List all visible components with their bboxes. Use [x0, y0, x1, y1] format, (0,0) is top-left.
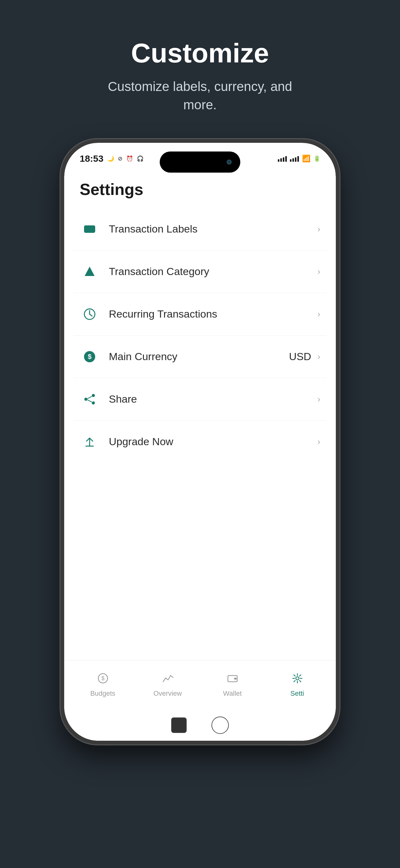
svg-point-7: [92, 394, 95, 397]
wallet-label: Wallet: [223, 689, 241, 698]
share-icon: [80, 389, 100, 409]
nav-item-settings[interactable]: Setti: [265, 673, 330, 698]
svg-marker-1: [85, 267, 95, 276]
nav-item-overview[interactable]: Overview: [135, 673, 200, 698]
page-header: Customize Customize labels, currency, an…: [92, 37, 308, 114]
wifi-icon: 📶: [302, 155, 310, 163]
main-currency-chevron: ›: [318, 352, 320, 362]
transaction-category-label: Transaction Category: [109, 266, 314, 278]
settings-icon: [292, 673, 303, 687]
page-title: Customize: [92, 37, 308, 69]
phone-screen: 18:53 🌙 ⊘ ⏰ 🎧 📶: [64, 143, 336, 741]
recurring-transactions-icon: [80, 304, 100, 324]
share-chevron: ›: [318, 394, 320, 404]
headphone-icon: 🎧: [137, 155, 143, 162]
status-time: 18:53: [80, 153, 104, 164]
transaction-category-chevron: ›: [318, 267, 320, 277]
transaction-category-icon: [80, 262, 100, 282]
svg-text:$: $: [88, 353, 92, 361]
svg-line-10: [88, 397, 92, 399]
svg-rect-17: [234, 678, 237, 680]
status-icons: 📶 🔋: [278, 155, 320, 163]
svg-text:$: $: [101, 675, 104, 681]
alarm-icon: ⏰: [126, 155, 133, 162]
back-button[interactable]: [171, 717, 187, 733]
signal-icon: [278, 156, 287, 162]
main-currency-label: Main Currency: [109, 350, 289, 363]
system-nav: [64, 710, 336, 741]
main-currency-icon: $: [80, 347, 100, 367]
overview-icon: [162, 673, 174, 687]
transaction-labels-chevron: ›: [318, 224, 320, 234]
settings-item-upgrade-now[interactable]: Upgrade Now ›: [73, 421, 327, 463]
dynamic-island: [160, 152, 240, 173]
dynamic-island-dot: [227, 160, 232, 164]
bottom-nav: $ Budgets Overview: [64, 660, 336, 710]
battery-icon: 🔋: [313, 155, 320, 162]
settings-label: Setti: [290, 689, 304, 698]
budgets-label: Budgets: [90, 689, 115, 698]
upgrade-now-label: Upgrade Now: [109, 436, 314, 448]
home-button[interactable]: [211, 716, 229, 734]
svg-point-18: [296, 677, 299, 680]
settings-item-main-currency[interactable]: $ Main Currency USD ›: [73, 336, 327, 378]
upgrade-now-icon: [80, 432, 100, 452]
budgets-icon: $: [97, 673, 109, 687]
nav-item-budgets[interactable]: $ Budgets: [70, 673, 135, 698]
svg-rect-0: [84, 225, 95, 233]
settings-item-transaction-category[interactable]: Transaction Category ›: [73, 251, 327, 293]
mute-icon: ⊘: [118, 155, 123, 162]
overview-label: Overview: [154, 689, 182, 698]
wallet-icon: [227, 673, 238, 687]
main-currency-value: USD: [289, 350, 311, 363]
moon-icon: 🌙: [107, 155, 114, 162]
share-label: Share: [109, 393, 314, 405]
settings-item-recurring-transactions[interactable]: Recurring Transactions ›: [73, 293, 327, 336]
svg-line-11: [88, 400, 92, 402]
svg-point-8: [84, 398, 88, 401]
nav-item-wallet[interactable]: Wallet: [200, 673, 265, 698]
status-left: 18:53 🌙 ⊘ ⏰ 🎧: [80, 153, 143, 164]
settings-item-share[interactable]: Share ›: [73, 378, 327, 421]
signal2-icon: [290, 156, 299, 162]
phone-frame: 18:53 🌙 ⊘ ⏰ 🎧 📶: [61, 139, 339, 744]
app-content: Settings Transaction Labels ›: [64, 171, 336, 660]
recurring-transactions-label: Recurring Transactions: [109, 308, 314, 320]
transaction-labels-label: Transaction Labels: [109, 223, 314, 235]
page-subtitle: Customize labels, currency, and more.: [92, 78, 308, 114]
recurring-transactions-chevron: ›: [318, 309, 320, 319]
settings-list: Transaction Labels › Transaction Categor…: [64, 208, 336, 660]
transaction-labels-icon: [80, 219, 100, 239]
svg-point-9: [92, 401, 95, 404]
upgrade-now-chevron: ›: [318, 437, 320, 447]
svg-line-4: [90, 314, 92, 316]
screen-title: Settings: [64, 177, 336, 208]
settings-item-transaction-labels[interactable]: Transaction Labels ›: [73, 208, 327, 251]
